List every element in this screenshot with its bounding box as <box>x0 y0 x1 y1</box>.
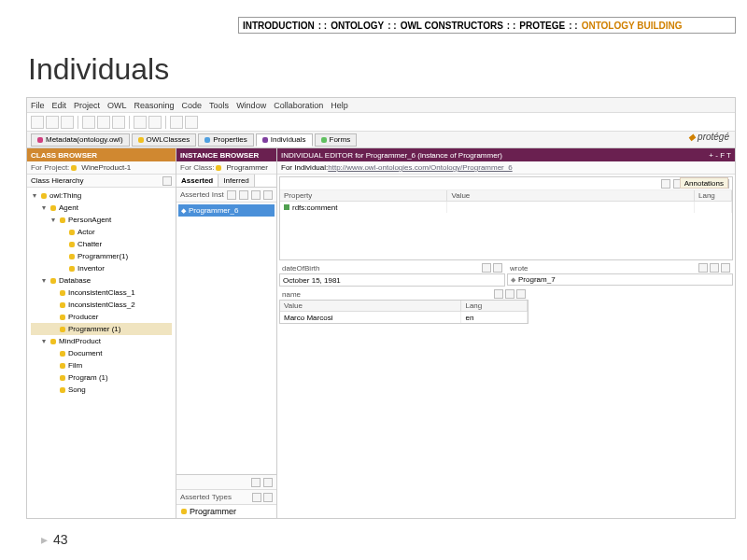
menu-reasoning[interactable]: Reasoning <box>134 101 175 110</box>
expand-icon[interactable]: ▾ <box>49 214 57 226</box>
name-del-icon[interactable] <box>516 289 526 299</box>
name-lang[interactable]: en <box>461 312 528 323</box>
menu-owl[interactable]: OWL <box>107 101 127 110</box>
bottom-tools <box>176 475 276 490</box>
menu-window[interactable]: Window <box>236 101 266 110</box>
td-value[interactable] <box>447 202 695 213</box>
wrote-item[interactable]: Program_7 <box>507 273 733 286</box>
dob-clear-icon[interactable] <box>493 263 502 273</box>
tab-owlclasses[interactable]: OWLClasses <box>132 133 197 147</box>
wrote-create-icon[interactable] <box>710 263 719 273</box>
name-row[interactable]: Marco Marcosi en <box>280 312 528 323</box>
instance-item[interactable]: Programmer_6 <box>178 204 275 217</box>
ref-instance-icon[interactable] <box>263 190 273 200</box>
menu-file[interactable]: File <box>31 101 45 110</box>
tb-new-icon[interactable] <box>31 116 44 129</box>
tab-forms[interactable]: Forms <box>315 133 358 147</box>
dob-add-icon[interactable] <box>482 263 491 273</box>
tb-copy-icon[interactable] <box>97 116 110 129</box>
expand-icon[interactable]: ▾ <box>40 202 48 214</box>
wrote-remove-icon[interactable] <box>721 263 730 273</box>
tree-label: Agent <box>59 202 78 214</box>
tab-asserted[interactable]: Asserted <box>176 175 218 187</box>
name-edit-icon[interactable] <box>505 289 514 299</box>
tree-node[interactable]: Chatter <box>31 238 172 250</box>
tree-node[interactable]: Actor <box>31 226 172 238</box>
tab-metadata[interactable]: Metadata(ontology.owl) <box>31 133 130 147</box>
editor-header-buttons[interactable]: + - F T <box>709 151 731 160</box>
tab-individuals[interactable]: Individuals <box>256 133 313 147</box>
breadcrumb-sep: : : <box>507 21 515 31</box>
expand-icon[interactable]: ▾ <box>40 274 48 287</box>
tb-help-icon[interactable] <box>185 116 198 129</box>
tree-node[interactable]: Song <box>31 384 172 396</box>
remove-type-icon[interactable] <box>263 493 273 502</box>
expand-icon[interactable]: ▾ <box>40 335 48 347</box>
prop-row[interactable]: rdfs:comment <box>280 202 732 213</box>
name-value[interactable]: Marco Marcosi <box>280 312 461 323</box>
menu-edit[interactable]: Edit <box>52 101 67 110</box>
tree-node[interactable]: ▾Agent <box>31 202 172 214</box>
class-tree[interactable]: ▾owl:Thing▾Agent▾PersonAgentActorChatter… <box>27 188 176 518</box>
instance-list[interactable]: Programmer_6 <box>176 203 276 474</box>
tree-node[interactable]: Programmer(1) <box>31 250 172 262</box>
tab-dot-icon <box>138 137 144 143</box>
dob-value[interactable]: October 15, 1981 <box>279 273 505 287</box>
ann-add-icon[interactable] <box>661 179 670 189</box>
tree-node[interactable]: Film <box>31 359 172 371</box>
tb-redo-icon[interactable] <box>148 116 162 129</box>
wrote-add-icon[interactable] <box>698 263 708 273</box>
name-add-icon[interactable] <box>494 289 503 299</box>
menu-tools[interactable]: Tools <box>209 101 229 110</box>
expand-icon[interactable]: ▾ <box>31 189 38 202</box>
type-item[interactable]: Programmer <box>178 507 275 516</box>
tree-node[interactable]: Producer <box>31 311 172 323</box>
tab-properties[interactable]: Properties <box>198 133 253 147</box>
menu-project[interactable]: Project <box>74 101 100 110</box>
annotations-tab[interactable]: Annotations <box>680 177 728 189</box>
class-icon <box>50 205 56 211</box>
name-table-head: Value Lang <box>280 301 528 312</box>
delete-instance-icon[interactable] <box>251 190 261 200</box>
breadcrumb: INTRODUCTION : : ONTOLOGY : : OWL CONSTR… <box>238 17 736 34</box>
tb-paste-icon[interactable] <box>112 116 125 129</box>
editor-title: INDIVIDUAL EDITOR for Programmer_6 (inst… <box>281 151 502 160</box>
menu-code[interactable]: Code <box>182 101 203 110</box>
tree-node[interactable]: ▾PersonAgent <box>31 214 172 226</box>
tree-node[interactable]: Document <box>31 347 172 359</box>
tab-label: Properties <box>213 135 247 144</box>
tree-node[interactable]: InconsistentClass_1 <box>31 287 172 299</box>
tree-node[interactable]: ▾Database <box>31 274 172 287</box>
td-lang[interactable] <box>695 202 732 213</box>
tree-label: Programmer(1) <box>78 250 128 262</box>
tb-find-icon[interactable] <box>170 116 183 129</box>
copy-instance-icon[interactable] <box>239 190 248 200</box>
dob-field: dateOfBirth October 15, 1981 <box>279 262 505 287</box>
expand-icon[interactable] <box>263 478 273 487</box>
tree-node[interactable]: InconsistentClass_2 <box>31 299 172 311</box>
tree-node[interactable]: ▾MindProduct <box>31 335 172 347</box>
tb-open-icon[interactable] <box>46 116 59 129</box>
tree-node[interactable]: Programmer (1) <box>31 323 172 335</box>
individual-uri[interactable]: http://www.owl-ontologies.com/Ontology/P… <box>328 163 512 172</box>
instance-browser-header: INSTANCE BROWSER <box>176 148 276 161</box>
asserted-inst-label: Asserted Inst <box>180 190 224 199</box>
collapse-icon[interactable] <box>251 478 261 487</box>
tree-node[interactable]: ▾owl:Thing <box>31 189 172 202</box>
editor-header: INDIVIDUAL EDITOR for Programmer_6 (inst… <box>277 148 735 161</box>
tab-inferred[interactable]: Inferred <box>218 175 255 187</box>
dob-label-row: dateOfBirth <box>279 262 505 273</box>
tree-node[interactable]: Program (1) <box>31 371 172 384</box>
hierarchy-tool-icon[interactable] <box>162 176 172 186</box>
tb-save-icon[interactable] <box>61 116 74 129</box>
tree-node[interactable]: Inventor <box>31 262 172 274</box>
add-instance-icon[interactable] <box>227 190 236 200</box>
menu-help[interactable]: Help <box>331 101 348 110</box>
tb-undo-icon[interactable] <box>134 116 147 129</box>
instance-tools: Asserted Inst <box>176 188 276 203</box>
add-type-icon[interactable] <box>252 493 261 502</box>
menu-collaboration[interactable]: Collaboration <box>274 101 323 110</box>
breadcrumb-item: PROTEGE <box>519 21 565 31</box>
prop-table-head: Property Value Lang <box>280 190 732 202</box>
tb-cut-icon[interactable] <box>82 116 95 129</box>
